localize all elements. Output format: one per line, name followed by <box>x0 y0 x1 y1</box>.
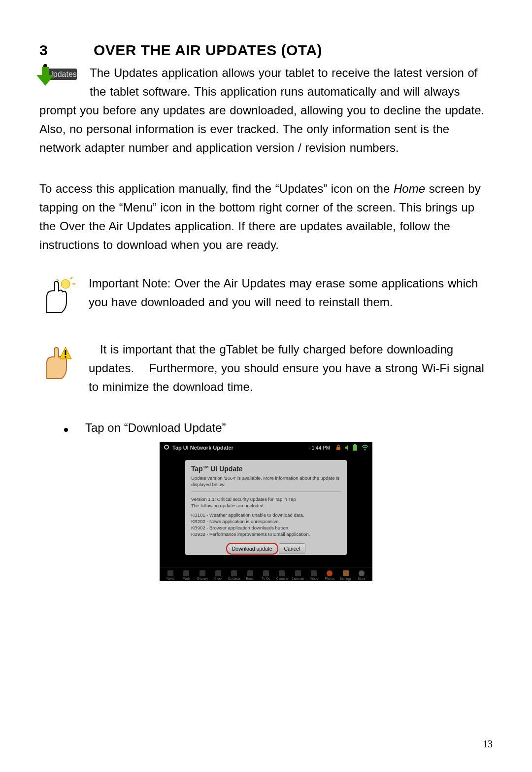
cancel-button[interactable]: Cancel <box>279 543 306 554</box>
volume-icon <box>344 444 351 451</box>
paragraph-1-text: The Updates application allows your tabl… <box>39 66 484 154</box>
svg-point-7 <box>166 447 167 448</box>
svg-point-0 <box>61 280 70 288</box>
nav-contacts[interactable]: Contacts <box>226 570 242 580</box>
svg-rect-9 <box>353 445 357 451</box>
nav-email[interactable]: Email <box>242 570 258 580</box>
download-update-button[interactable]: Download update <box>227 543 278 554</box>
kb-line: KB101 - Weather application unable to do… <box>191 512 341 518</box>
nav-grocery[interactable]: Grocery <box>195 570 210 580</box>
nav-bar: News Web Grocery Clock Contacts Email To… <box>160 567 372 581</box>
app-title: Tap UI Network Updater <box>172 445 233 451</box>
nav-more[interactable]: More <box>354 570 369 580</box>
svg-point-11 <box>365 449 366 451</box>
note-warning: It is important that the gTablet be full… <box>39 340 493 396</box>
kb-line: KB202 - News application is unresponsive… <box>191 518 341 525</box>
battery-icon <box>353 444 360 451</box>
section-title: OVER THE AIR UPDATES (OTA) <box>94 42 322 59</box>
nav-web[interactable]: Web <box>178 570 194 580</box>
update-card-desc: Update version '2664' is available. More… <box>191 475 341 488</box>
button-row: Download update Cancel <box>191 543 341 554</box>
note-warning-text: It is important that the gTablet be full… <box>89 340 493 396</box>
gear-icon <box>164 444 169 451</box>
update-card-title: TapTM UI Update <box>191 465 341 473</box>
nav-calendar[interactable]: Calendar <box>290 570 306 580</box>
status-bar: Tap UI Network Updater ↓ 1:44 PM <box>160 442 372 453</box>
nav-settings[interactable]: Settings <box>337 570 353 580</box>
update-card: TapTM UI Update Update version '2664' is… <box>185 460 347 555</box>
home-italic: Home <box>394 182 425 195</box>
page-number: 13 <box>483 738 493 750</box>
hand-warning-icon <box>39 342 79 382</box>
note-important-text: Important Note: Over the Air Updates may… <box>89 274 493 312</box>
bullet-dot-icon <box>64 428 68 432</box>
bullet-text: Tap on “Download Update” <box>85 421 226 435</box>
lock-icon <box>335 444 342 451</box>
wifi-icon <box>362 444 368 451</box>
document-page: 3 OVER THE AIR UPDATES (OTA) Updates The… <box>0 0 532 772</box>
section-heading: 3 OVER THE AIR UPDATES (OTA) <box>39 42 493 59</box>
note-important: Important Note: Over the Air Updates may… <box>39 274 493 316</box>
following-line: The following updates are included : <box>191 502 341 509</box>
bullet-download-update: Tap on “Download Update” <box>39 421 493 435</box>
svg-rect-10 <box>354 444 356 445</box>
nav-photos[interactable]: Photos <box>322 570 337 580</box>
nav-music[interactable]: Music <box>306 570 322 580</box>
svg-line-2 <box>70 277 72 279</box>
kb-line: KB902 - Browser application downloads bu… <box>191 525 341 531</box>
download-box-icon <box>43 64 47 81</box>
svg-rect-8 <box>336 447 340 450</box>
paragraph-1: Updates The Updates application allows y… <box>39 64 493 157</box>
kb-line: KB932 - Performance improvements to Emai… <box>191 531 341 537</box>
paragraph-2: To access this application manually, fin… <box>39 179 493 254</box>
svg-point-5 <box>65 356 66 358</box>
divider <box>191 491 341 492</box>
status-time: ↓ 1:44 PM <box>308 445 330 451</box>
updates-app-icon: Updates <box>39 64 81 84</box>
nav-news[interactable]: News <box>163 570 178 580</box>
section-number: 3 <box>39 42 94 59</box>
hand-lightbulb-icon <box>39 276 79 316</box>
tablet-screenshot: Tap UI Network Updater ↓ 1:44 PM TapTM U… <box>160 442 372 581</box>
version-line: Version 1.1: Critical security updates f… <box>191 496 341 502</box>
svg-line-1 <box>57 279 59 281</box>
nav-clock[interactable]: Clock <box>210 570 226 580</box>
nav-camera[interactable]: Camera <box>274 570 290 580</box>
nav-todo[interactable]: To-Do <box>258 570 274 580</box>
